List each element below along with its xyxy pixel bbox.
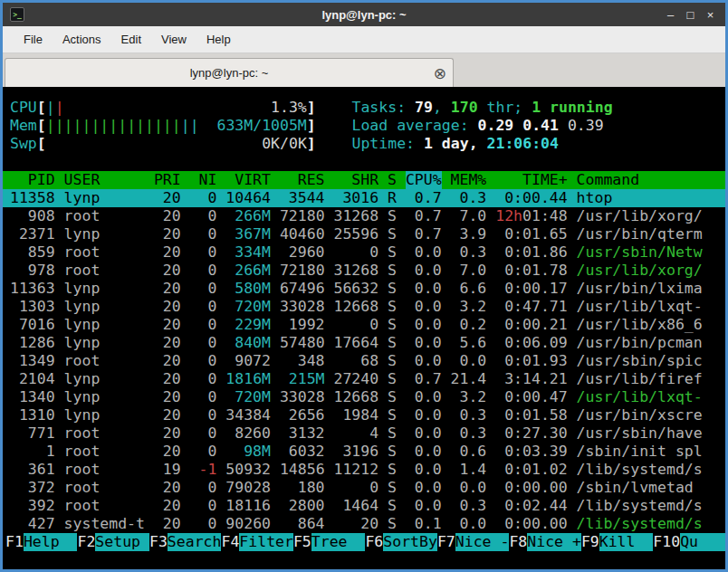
cell-s: S xyxy=(388,262,397,280)
cell-cpu: 0.7 xyxy=(406,225,442,243)
fkey-f9[interactable]: F9Kill xyxy=(581,533,653,551)
process-row[interactable]: 1340lynp200720M3302812668S0.03.20:00.47/… xyxy=(3,388,725,406)
process-row[interactable]: 7016lynp200229M19920S0.00.20:00.21/usr/l… xyxy=(3,316,725,334)
cell-cpu: 0.0 xyxy=(406,406,442,424)
cell-user: lynp xyxy=(64,280,145,298)
process-row[interactable]: 1root20098M60323196S0.00.60:03.39/sbin/i… xyxy=(3,443,725,461)
cell-shr: 0 xyxy=(333,316,378,334)
cell-res: 57480 xyxy=(280,334,325,352)
column-header-time[interactable]: TIME+ xyxy=(495,171,567,189)
cell-time: 0:01.93 xyxy=(495,352,567,370)
process-row[interactable]: 1303lynp200720M3302812668S0.03.20:47.71/… xyxy=(3,298,725,316)
column-header-res[interactable]: RES xyxy=(280,171,325,189)
cell-cpu: 0.7 xyxy=(406,189,442,207)
process-row[interactable]: 372root200790281800S0.00.00:00.00/sbin/l… xyxy=(3,479,725,497)
cell-time: 0:47.71 xyxy=(495,298,567,316)
column-header-pri[interactable]: PRI xyxy=(154,171,181,189)
fkey-action-label: Kill xyxy=(599,533,654,551)
process-row[interactable]: 2104lynp2001816M215M27240S0.721.43:14.21… xyxy=(3,370,725,388)
cell-time: 0:00.17 xyxy=(495,280,567,298)
cell-mem: 0.3 xyxy=(451,189,487,207)
titlebar[interactable]: >_ lynp@lyn-pc: ~ –□× xyxy=(3,3,725,26)
fkey-key-label: F1 xyxy=(5,533,24,551)
cell-time: 0:01.86 xyxy=(495,243,567,262)
fkey-key-label: F3 xyxy=(149,533,168,551)
process-row[interactable]: 1286lynp200840M5748017664S0.05.60:06.09/… xyxy=(3,334,725,352)
cell-cpu: 0.7 xyxy=(406,370,442,388)
process-row[interactable]: 859root200334M29600S0.00.30:01.86/usr/sb… xyxy=(3,243,725,262)
cell-ni: -1 xyxy=(190,461,217,479)
cell-time: 0:00.21 xyxy=(495,316,567,334)
fkey-f1[interactable]: F1Help xyxy=(5,533,77,551)
column-header-mem[interactable]: MEM% xyxy=(451,171,487,189)
cell-res: 72180 xyxy=(280,262,325,280)
cell-virt: 840M xyxy=(225,334,271,352)
column-header-ni[interactable]: NI xyxy=(190,171,217,189)
fkey-f6[interactable]: F6SortBy xyxy=(365,533,436,551)
fkey-f5[interactable]: F5Tree xyxy=(293,533,365,551)
tab-close-icon[interactable]: ⊗ xyxy=(434,65,446,81)
terminal-screen[interactable]: CPU[||1.3%] Mem[|||||||||||||||||633M/10… xyxy=(3,87,725,569)
cell-cpu: 0.0 xyxy=(406,352,442,370)
mem-meter-bars: ||||||||||||||||| xyxy=(46,117,199,135)
close-button[interactable]: × xyxy=(702,6,719,24)
cpu-meter-value: 1.3% xyxy=(271,99,307,117)
cell-ni: 0 xyxy=(190,406,217,424)
fkey-f2[interactable]: F2Setup xyxy=(77,533,148,551)
cell-virt: 720M xyxy=(225,298,271,316)
fkey-f8[interactable]: F8Nice + xyxy=(509,533,580,551)
column-header-s[interactable]: S xyxy=(388,171,397,189)
menu-edit[interactable]: Edit xyxy=(111,28,151,51)
cell-virt: 34384 xyxy=(225,406,271,424)
minimize-button[interactable]: – xyxy=(662,6,679,24)
column-header-command[interactable]: Command xyxy=(577,171,725,189)
column-header-cpu[interactable]: CPU% xyxy=(406,171,442,189)
maximize-button[interactable]: □ xyxy=(682,6,699,24)
cell-pri: 20 xyxy=(154,189,181,207)
cell-cpu: 0.0 xyxy=(406,316,442,334)
column-header-user[interactable]: USER xyxy=(64,171,145,189)
cell-s: S xyxy=(388,280,397,298)
fkey-f4[interactable]: F4Filter xyxy=(221,533,292,551)
menu-actions[interactable]: Actions xyxy=(53,28,111,51)
process-row[interactable]: 978root200266M7218031268S0.07.00:01.78/u… xyxy=(3,262,725,280)
process-row[interactable]: 392root2001811628001464S0.00.30:02.44/li… xyxy=(3,497,725,515)
fkey-f3[interactable]: F3Search xyxy=(149,533,221,551)
process-row[interactable]: 771root200826031324S0.00.30:27.30/usr/sb… xyxy=(3,424,725,443)
process-row[interactable]: 1310lynp2003438426561984S0.00.30:01.58/u… xyxy=(3,406,725,424)
process-row[interactable]: 2371lynp200367M4046025596S0.73.90:01.65/… xyxy=(3,225,725,243)
cell-ni: 0 xyxy=(190,443,217,461)
menu-file[interactable]: File xyxy=(14,28,53,51)
cell-res: 2800 xyxy=(280,497,325,515)
htop-header-area: CPU[||1.3%] Mem[|||||||||||||||||633M/10… xyxy=(3,99,725,153)
column-header-pid[interactable]: PID xyxy=(10,171,55,189)
cell-time: 0:01.02 xyxy=(495,461,567,479)
cell-cpu: 0.1 xyxy=(406,515,442,533)
column-header-virt[interactable]: VIRT xyxy=(225,171,271,189)
menu-view[interactable]: View xyxy=(151,28,196,51)
cell-mem: 0.3 xyxy=(451,424,487,443)
menu-help[interactable]: Help xyxy=(196,28,241,51)
cell-pri: 20 xyxy=(154,225,181,243)
process-row[interactable]: 908root200266M7218031268S0.77.012h01:48/… xyxy=(3,207,725,225)
process-row[interactable]: 361root19-1509321485611212S0.01.40:01.02… xyxy=(3,461,725,479)
terminal-tab[interactable]: lynp@lyn-pc: ~⊗ xyxy=(5,58,454,87)
cell-user: root xyxy=(64,262,145,280)
process-row[interactable]: 427systemd-t2009026086420S0.10.00:00.00/… xyxy=(3,515,725,533)
mem-meter-label: Mem xyxy=(10,117,37,135)
cell-shr: 4 xyxy=(333,424,378,443)
cell-mem: 21.4 xyxy=(451,370,487,388)
cell-pri: 20 xyxy=(154,497,181,515)
process-row[interactable]: 11358lynp2001046435443016R0.70.30:00.44h… xyxy=(3,189,725,207)
cell-pid: 978 xyxy=(10,262,55,280)
column-header-shr[interactable]: SHR xyxy=(333,171,378,189)
fkey-f10[interactable]: F10Qu xyxy=(653,533,725,551)
uptime-line: Uptime: 1 day, 21:06:04 xyxy=(351,135,612,153)
meters: CPU[||1.3%] Mem[|||||||||||||||||633M/10… xyxy=(10,99,351,153)
process-row[interactable]: 1349root200907234868S0.00.00:01.93/usr/s… xyxy=(3,352,725,370)
running-count: 1 running xyxy=(532,99,612,116)
cell-pid: 1310 xyxy=(10,406,55,424)
process-row[interactable]: 11363lynp200580M6749656632S0.06.60:00.17… xyxy=(3,280,725,298)
fkey-f7[interactable]: F7Nice - xyxy=(437,533,509,551)
cell-ni: 0 xyxy=(190,280,217,298)
